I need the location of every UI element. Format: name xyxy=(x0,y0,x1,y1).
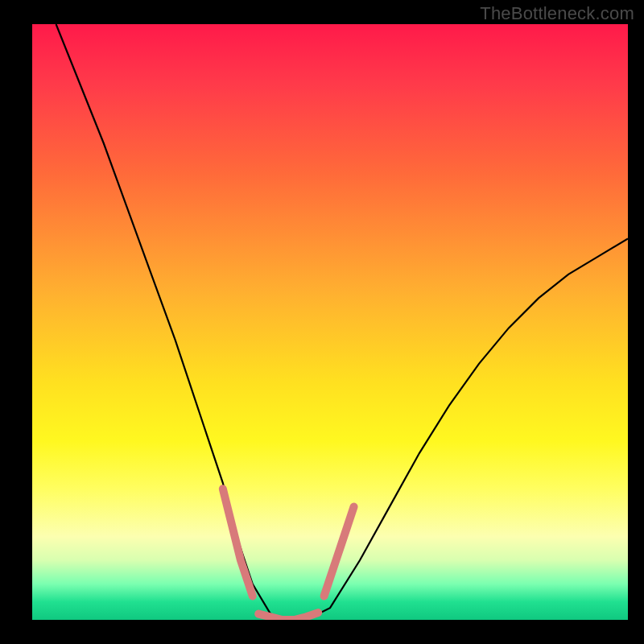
attribution-text: TheBottleneck.com xyxy=(480,3,634,24)
highlight-segment-1 xyxy=(258,613,318,620)
plot-area xyxy=(32,24,628,620)
chart-svg xyxy=(32,24,628,620)
highlight-segment-2 xyxy=(324,506,354,596)
highlight-segment-0 xyxy=(223,489,253,596)
outer-frame: TheBottleneck.com xyxy=(0,0,644,644)
